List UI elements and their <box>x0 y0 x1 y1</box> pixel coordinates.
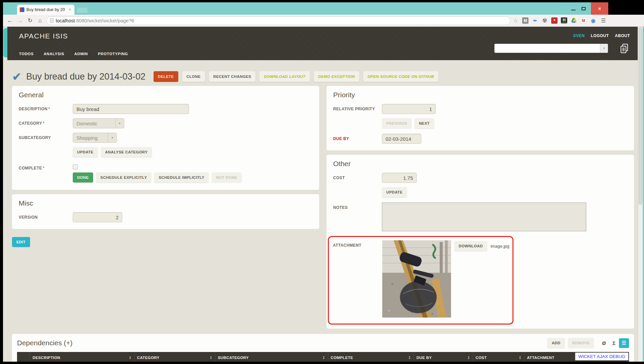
nav-item-analysis[interactable]: ANALYSIS <box>44 52 64 56</box>
extension-icon-2[interactable]: ✒ <box>532 17 538 24</box>
window-close-button[interactable]: × <box>591 2 608 15</box>
extension-icon-5[interactable]: H <box>561 17 567 24</box>
other-heading: Other <box>333 160 627 168</box>
notes-label: NOTES <box>333 203 382 231</box>
tab-close-icon[interactable]: × <box>68 7 72 12</box>
due-by-label: DUE BY <box>333 134 382 144</box>
extension-icon-3[interactable]: ☢ <box>542 17 548 24</box>
not-done-button: NOT DONE <box>212 172 242 183</box>
url-bar[interactable]: localhost :8080/wicket/wicket/page?6 <box>46 16 510 25</box>
sort-down-icon: ▼ <box>408 358 411 360</box>
previous-button: PREVIOUS <box>382 118 412 128</box>
url-host: localhost <box>56 18 75 23</box>
update-button[interactable]: UPDATE <box>73 147 98 157</box>
chevron-down-icon[interactable]: ▼ <box>600 44 608 53</box>
category-select[interactable]: Domestic ▼ <box>73 118 124 128</box>
browser-toolbar: ← → ↻ ⌂ localhost :8080/wicket/wicket/pa… <box>3 15 644 27</box>
header-search-select[interactable]: ▼ <box>494 44 608 53</box>
category-label: CATEGORY <box>19 121 42 126</box>
required-marker: * <box>43 121 44 126</box>
page-viewport: APACHE ISIS TODOS ANALYSIS ADMIN PROTOTY… <box>3 27 644 362</box>
demo-exception-button[interactable]: DEMO EXCEPTION <box>314 71 359 82</box>
home-icon[interactable]: ⌂ <box>36 17 44 24</box>
browser-tab[interactable]: Buy bread due by 20 × <box>17 5 74 15</box>
browser-titlebar: Buy bread due by 20 × × <box>3 2 644 15</box>
complete-checkbox[interactable] <box>73 164 78 169</box>
attachment-highlight-box: ATTACHMENT <box>328 236 513 325</box>
forward-icon[interactable]: → <box>16 17 24 24</box>
extension-icon-1[interactable]: M <box>522 17 528 24</box>
cost-input[interactable] <box>382 173 417 183</box>
bookmark-star-icon[interactable]: ☆ <box>513 17 518 24</box>
sort-down-icon: ▼ <box>129 358 131 360</box>
priority-heading: Priority <box>333 91 627 99</box>
nav-item-todos[interactable]: TODOS <box>19 52 34 56</box>
sort-down-icon: ▼ <box>519 358 521 360</box>
edit-button[interactable]: EDIT <box>12 237 30 247</box>
column-header: ATTACHMENT <box>527 356 555 360</box>
extension-icon-4[interactable]: * <box>551 17 558 24</box>
back-icon[interactable]: ← <box>6 17 14 24</box>
other-panel: Other COST UPDATE NOTES <box>327 155 634 329</box>
about-link[interactable]: ABOUT <box>615 33 630 38</box>
extension-icon-8[interactable]: ◉ <box>590 17 596 24</box>
scrollbar[interactable] <box>638 27 643 362</box>
description-input[interactable] <box>73 104 189 114</box>
minimize-button[interactable] <box>571 10 576 10</box>
required-marker: * <box>43 166 44 170</box>
done-button[interactable]: DONE <box>73 172 93 183</box>
recent-changes-button[interactable]: RECENT CHANGES <box>209 71 256 82</box>
logout-link[interactable]: LOGOUT <box>591 33 609 38</box>
browser-menu-icon[interactable]: ☰ <box>601 17 606 24</box>
next-button[interactable]: NEXT <box>415 118 434 128</box>
notes-textarea[interactable] <box>382 203 586 231</box>
copy-pages-icon[interactable] <box>620 43 629 55</box>
show-hide-nulls-icon[interactable]: Ø <box>599 338 609 348</box>
description-label: DESCRIPTION <box>19 107 47 111</box>
download-button[interactable]: DOWNLOAD <box>454 241 487 251</box>
schedule-explicitly-button[interactable]: SCHEDULE EXPLICITLY <box>96 172 151 183</box>
priority-panel: Priority RELATIVE PRIORITY PREVIOUS NEXT… <box>327 86 634 150</box>
cost-label: COST <box>333 173 382 183</box>
open-source-code-button[interactable]: OPEN SOURCE CODE ON GITHUB <box>363 71 439 82</box>
scrollbar-thumb[interactable] <box>639 27 642 205</box>
dependencies-panel: Dependencies (+) ADD REMOVE Ø Σ ☰ <box>12 334 634 362</box>
subcategory-select[interactable]: Shopping ▼ <box>73 133 117 143</box>
schedule-implicitly-button[interactable]: SCHEDULE IMPLICITLY <box>154 172 209 183</box>
sort-down-icon: ▼ <box>467 358 470 360</box>
relative-priority-label: RELATIVE PRIORITY <box>333 104 382 114</box>
dependencies-heading: Dependencies (+) <box>17 339 72 347</box>
relative-priority-input <box>382 104 436 114</box>
extension-icon-6-drive[interactable] <box>571 17 577 24</box>
clone-button[interactable]: CLONE <box>182 71 205 82</box>
maximize-button[interactable] <box>582 7 586 10</box>
user-link[interactable]: SVEN <box>573 33 585 38</box>
download-layout-button[interactable]: DOWNLOAD LAYOUT <box>259 71 310 82</box>
delete-button[interactable]: DELETE <box>154 71 178 82</box>
misc-panel: Misc VERSION <box>12 194 319 229</box>
refresh-icon[interactable]: ↻ <box>26 17 34 24</box>
analyse-category-button[interactable]: ANALYSE CATEGORY <box>101 147 152 157</box>
nav-item-admin[interactable]: ADMIN <box>74 52 88 56</box>
add-button[interactable]: ADD <box>548 338 565 348</box>
new-tab-button[interactable] <box>77 8 87 13</box>
general-heading: General <box>19 91 312 99</box>
list-view-icon[interactable]: ☰ <box>619 338 629 348</box>
due-by-input[interactable] <box>382 134 421 144</box>
general-panel: General DESCRIPTION* CATEGORY* Domestic … <box>12 86 319 190</box>
nav-item-prototyping[interactable]: PROTOTYPING <box>98 52 128 56</box>
tab-favicon-icon <box>20 7 24 12</box>
wicket-ajax-debug-link[interactable]: WICKET AJAX DEBUG <box>575 352 629 361</box>
app-brand[interactable]: APACHE ISIS <box>19 32 68 40</box>
browser-window: Buy bread due by 20 × × ← → ↻ ⌂ localhos… <box>3 2 644 362</box>
sort-down-icon: ▼ <box>323 358 325 360</box>
selector-column-header <box>17 352 30 362</box>
extension-icon-7-gmail[interactable]: M <box>580 17 587 24</box>
summary-sigma-icon[interactable]: Σ <box>609 338 619 348</box>
subcategory-label: SUBCATEGORY <box>19 133 73 143</box>
column-header: SUBCATEGORY <box>218 356 249 360</box>
column-header: COMPLETE <box>331 356 353 360</box>
column-header: DUE BY <box>417 356 432 360</box>
update-cost-button[interactable]: UPDATE <box>382 187 407 197</box>
misc-heading: Misc <box>19 199 312 207</box>
